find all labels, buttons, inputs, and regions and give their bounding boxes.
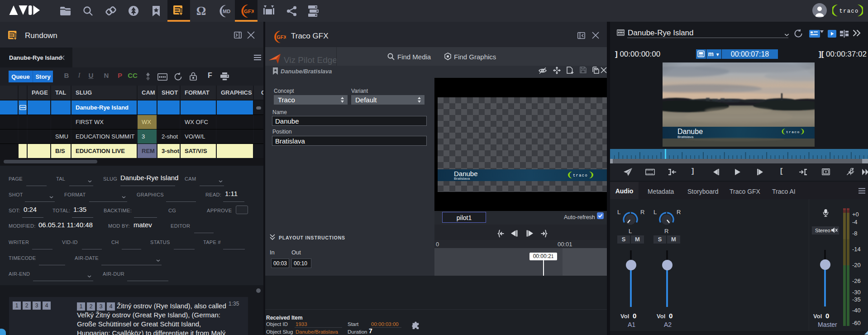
svg-text:traco: traco	[786, 130, 800, 134]
svg-text:GFX: GFX	[277, 34, 286, 40]
svg-text:traco: traco	[839, 8, 859, 14]
svg-text:MD: MD	[223, 9, 230, 14]
svg-text:traco: traco	[573, 173, 588, 178]
svg-text:Danube: Danube	[677, 128, 703, 135]
svg-text:Bratislava: Bratislava	[677, 135, 694, 139]
svg-text:GFX: GFX	[244, 9, 254, 14]
